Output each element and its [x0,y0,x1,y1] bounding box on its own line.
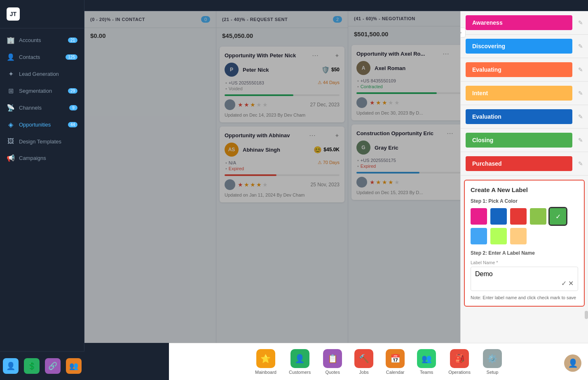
label-name-input[interactable]: Demo ✓ ✕ [471,267,578,291]
label-name-value: Demo [475,270,574,278]
nav-icon: ◈ [7,121,15,129]
edit-label-icon[interactable]: ✎ [578,66,583,73]
label-bar-closing[interactable]: Closing [466,133,572,148]
edit-label-icon[interactable]: ✎ [578,137,583,143]
label-bar-evaluation[interactable]: Evaluation [466,109,572,124]
label-input-group: Label Name * Demo ✓ ✕ [471,260,578,291]
nav-label: Contacts [19,54,61,60]
sidebar-item-campaigns[interactable]: 📢 Campaigns [0,150,84,167]
label-item-evaluation: Evaluation ✎ [461,105,588,129]
bottom-navigation: ⭐ Mainboard 👤 Customers 📋 Quotes 🔨 Jobs … [169,343,588,380]
bottom-nav-label: Mainboard [255,370,276,375]
sidebar-item-channels[interactable]: 📡 Channels 9 [0,99,84,116]
jobs-icon: 🔨 [354,349,373,368]
color-swatch-7[interactable] [510,228,527,244]
sidebar-logo: JT [0,0,84,28]
bottom-nav-label: Calendar [386,370,405,375]
sidebar-item-accounts[interactable]: 🏢 Accounts 21 [0,32,84,49]
edit-label-icon[interactable]: ✎ [578,19,583,26]
nav-badge: 21 [68,38,77,43]
sidebar-item-segmentation[interactable]: ⊞ Segmentation 29 [0,82,84,99]
color-swatch-6[interactable] [490,228,507,244]
edit-label-icon[interactable]: ✎ [578,43,583,49]
sidebar-item-contacts[interactable]: 👤 Contacts 125 [0,49,84,66]
teams-icon: 👥 [417,349,436,368]
nav-badge: 44 [68,122,77,127]
edit-label-icon[interactable]: ✎ [578,113,583,120]
nav-icon: 🏢 [7,36,15,44]
bottom-nav-label: Setup [487,370,499,375]
quotes-icon: 📋 [323,349,342,368]
nav-icon: 🖼 [7,138,15,145]
create-label-form: Create A New Label Step 1: Pick A Color … [464,180,585,307]
nav-label: Campaigns [19,155,77,161]
main-area: (0 - 20)% - IN CONTACT 0 $0.00 (21 - 40)… [84,0,588,380]
nav-icon: 📡 [7,104,15,112]
color-swatch-2[interactable] [510,208,527,225]
sidebar-item-opportunities[interactable]: ◈ Opportunities 44 [0,116,84,133]
label-bar-intent[interactable]: Intent [466,86,572,101]
nav-badge: 125 [66,54,77,60]
color-swatch-0[interactable] [471,208,487,225]
label-bar-purchased[interactable]: Purchased [466,156,572,171]
customers-icon: 👤 [290,349,309,368]
bottom-nav-customers[interactable]: 👤 Customers [289,349,311,375]
nav-badge: 9 [69,105,77,110]
color-swatch-1[interactable] [490,208,507,225]
sidebar-item-lead-generation[interactable]: ✦ Lead Generation [0,66,84,82]
calendar-icon: 📅 [386,349,405,368]
bottom-nav-label: Customers [289,370,311,375]
nav-label: Lead Generation [19,71,77,77]
color-swatch-5[interactable] [471,228,487,244]
panel-expand-button[interactable]: › [460,28,466,38]
bottom-nav-calendar[interactable]: 📅 Calendar [386,349,405,375]
bottom-nav-label: Teams [420,370,433,375]
mainboard-icon: ⭐ [256,349,275,368]
label-item-evaluating: Evaluating ✎ [461,58,588,82]
bottom-nav-label: Operations [448,370,471,375]
nav-icon: 👤 [7,53,15,61]
quick-icon-1[interactable]: 💲 [24,358,40,374]
avatar-image: 👤 [564,354,581,372]
nav-label: Channels [19,105,65,111]
bottom-nav-operations[interactable]: 🎒 Operations [448,349,471,375]
label-item-discovering: Discovering ✎ [461,35,588,58]
step2-label: Step 2: Enter A Label Name [471,250,578,256]
quick-icon-2[interactable]: 🔗 [45,358,61,374]
nav-icon: ✦ [7,70,15,78]
color-swatch-3[interactable] [530,208,546,225]
logo-icon: JT [7,7,20,21]
label-item-awareness: Awareness ✎ [461,11,588,35]
nav-label: Opportunities [19,122,64,128]
edit-label-icon[interactable]: ✎ [578,90,583,96]
edit-label-icon[interactable]: ✎ [578,160,583,167]
label-bar-discovering[interactable]: Discovering [466,39,572,54]
bottom-nav-teams[interactable]: 👥 Teams [417,349,436,375]
confirm-icon[interactable]: ✓ [561,279,567,287]
bottom-nav-label: Jobs [359,370,369,375]
nav-label: Segmentation [19,88,64,94]
bottom-nav-label: Quotes [325,370,340,375]
bottom-nav-mainboard[interactable]: ⭐ Mainboard [255,349,276,375]
sidebar-item-design-templates[interactable]: 🖼 Design Templates [0,133,84,150]
clear-icon[interactable]: ✕ [568,279,574,287]
form-title: Create A New Label [471,186,578,193]
label-item-closing: Closing ✎ [461,129,588,152]
main-header [84,0,588,11]
nav-icon: ⊞ [7,87,15,95]
label-item-purchased: Purchased ✎ [461,152,588,176]
bottom-nav-jobs[interactable]: 🔨 Jobs [354,349,373,375]
label-bar-awareness[interactable]: Awareness [466,15,572,30]
user-avatar[interactable]: 👤 [564,354,581,372]
label-item-intent: Intent ✎ [461,82,588,105]
bottom-nav-setup[interactable]: ⚙️ Setup [483,349,502,375]
bottom-nav-quotes[interactable]: 📋 Quotes [323,349,342,375]
quick-icon-3[interactable]: 👥 [66,358,82,374]
kanban-columns: (0 - 20)% - IN CONTACT 0 $0.00 (21 - 40)… [84,11,460,343]
step1-label: Step 1: Pick A Color [471,198,578,204]
label-bar-evaluating[interactable]: Evaluating [466,62,572,77]
quick-icon-0[interactable]: 👤 [3,358,19,374]
nav-badge: 29 [68,88,77,94]
kanban-area: (0 - 20)% - IN CONTACT 0 $0.00 (21 - 40)… [84,11,588,343]
color-swatch-4[interactable]: ✓ [550,208,566,225]
